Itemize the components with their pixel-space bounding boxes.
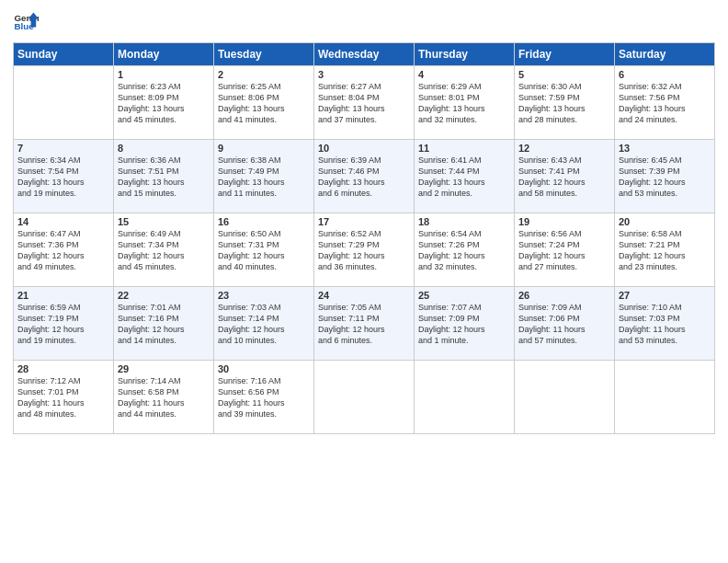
- day-info: Sunrise: 6:59 AM Sunset: 7:19 PM Dayligh…: [17, 302, 109, 347]
- day-number: 5: [518, 69, 610, 80]
- day-info: Sunrise: 6:39 AM Sunset: 7:46 PM Dayligh…: [318, 155, 410, 200]
- day-number: 24: [318, 290, 410, 301]
- calendar-cell: 4Sunrise: 6:29 AM Sunset: 8:01 PM Daylig…: [415, 66, 515, 140]
- calendar-cell: 18Sunrise: 6:54 AM Sunset: 7:26 PM Dayli…: [415, 213, 515, 287]
- page-container: General Blue SundayMondayTuesdayWednesda…: [0, 0, 728, 443]
- calendar-cell: 29Sunrise: 7:14 AM Sunset: 6:58 PM Dayli…: [114, 361, 214, 434]
- calendar-cell: 14Sunrise: 6:47 AM Sunset: 7:36 PM Dayli…: [14, 213, 114, 287]
- week-row-1: 1Sunrise: 6:23 AM Sunset: 8:09 PM Daylig…: [14, 66, 715, 140]
- day-number: 13: [619, 143, 711, 154]
- calendar-cell: 5Sunrise: 6:30 AM Sunset: 7:59 PM Daylig…: [515, 66, 615, 140]
- calendar-cell: 20Sunrise: 6:58 AM Sunset: 7:21 PM Dayli…: [615, 213, 715, 287]
- day-number: 19: [518, 216, 610, 227]
- calendar-cell: 19Sunrise: 6:56 AM Sunset: 7:24 PM Dayli…: [515, 213, 615, 287]
- day-number: 1: [118, 69, 210, 80]
- calendar-cell: [314, 361, 415, 434]
- day-number: 21: [17, 290, 109, 301]
- logo: General Blue: [13, 9, 40, 35]
- day-number: 7: [17, 143, 109, 154]
- day-info: Sunrise: 6:29 AM Sunset: 8:01 PM Dayligh…: [418, 81, 510, 126]
- day-number: 2: [218, 69, 310, 80]
- day-info: Sunrise: 7:14 AM Sunset: 6:58 PM Dayligh…: [118, 375, 210, 420]
- calendar-cell: 6Sunrise: 6:32 AM Sunset: 7:56 PM Daylig…: [615, 66, 715, 140]
- day-info: Sunrise: 6:49 AM Sunset: 7:34 PM Dayligh…: [118, 228, 210, 273]
- calendar-cell: 21Sunrise: 6:59 AM Sunset: 7:19 PM Dayli…: [14, 287, 114, 361]
- calendar-cell: 12Sunrise: 6:43 AM Sunset: 7:41 PM Dayli…: [515, 140, 615, 213]
- day-number: 22: [118, 290, 210, 301]
- calendar-table: SundayMondayTuesdayWednesdayThursdayFrid…: [13, 42, 715, 434]
- day-info: Sunrise: 6:50 AM Sunset: 7:31 PM Dayligh…: [218, 228, 310, 273]
- day-number: 28: [17, 363, 109, 374]
- day-info: Sunrise: 6:54 AM Sunset: 7:26 PM Dayligh…: [418, 228, 510, 273]
- day-info: Sunrise: 6:58 AM Sunset: 7:21 PM Dayligh…: [619, 228, 711, 273]
- calendar-cell: [415, 361, 515, 434]
- calendar-cell: [14, 66, 114, 140]
- day-info: Sunrise: 7:05 AM Sunset: 7:11 PM Dayligh…: [318, 302, 410, 347]
- logo-icon: General Blue: [13, 9, 39, 35]
- calendar-cell: 11Sunrise: 6:41 AM Sunset: 7:44 PM Dayli…: [415, 140, 515, 213]
- day-info: Sunrise: 6:52 AM Sunset: 7:29 PM Dayligh…: [318, 228, 410, 273]
- day-info: Sunrise: 6:34 AM Sunset: 7:54 PM Dayligh…: [17, 155, 109, 200]
- day-info: Sunrise: 7:09 AM Sunset: 7:06 PM Dayligh…: [518, 302, 610, 347]
- header-row: SundayMondayTuesdayWednesdayThursdayFrid…: [14, 43, 715, 66]
- day-info: Sunrise: 6:43 AM Sunset: 7:41 PM Dayligh…: [518, 155, 610, 200]
- day-number: 15: [118, 216, 210, 227]
- calendar-cell: 26Sunrise: 7:09 AM Sunset: 7:06 PM Dayli…: [515, 287, 615, 361]
- day-number: 23: [218, 290, 310, 301]
- day-number: 27: [619, 290, 711, 301]
- calendar-cell: 17Sunrise: 6:52 AM Sunset: 7:29 PM Dayli…: [314, 213, 415, 287]
- day-number: 10: [318, 143, 410, 154]
- calendar-cell: [515, 361, 615, 434]
- day-number: 14: [17, 216, 109, 227]
- day-info: Sunrise: 6:45 AM Sunset: 7:39 PM Dayligh…: [619, 155, 711, 200]
- calendar-cell: 23Sunrise: 7:03 AM Sunset: 7:14 PM Dayli…: [214, 287, 314, 361]
- calendar-cell: 9Sunrise: 6:38 AM Sunset: 7:49 PM Daylig…: [214, 140, 314, 213]
- day-info: Sunrise: 6:36 AM Sunset: 7:51 PM Dayligh…: [118, 155, 210, 200]
- day-number: 30: [218, 363, 310, 374]
- calendar-cell: 30Sunrise: 7:16 AM Sunset: 6:56 PM Dayli…: [214, 361, 314, 434]
- week-row-5: 28Sunrise: 7:12 AM Sunset: 7:01 PM Dayli…: [14, 361, 715, 434]
- week-row-3: 14Sunrise: 6:47 AM Sunset: 7:36 PM Dayli…: [14, 213, 715, 287]
- calendar-cell: 10Sunrise: 6:39 AM Sunset: 7:46 PM Dayli…: [314, 140, 415, 213]
- calendar-cell: 7Sunrise: 6:34 AM Sunset: 7:54 PM Daylig…: [14, 140, 114, 213]
- day-info: Sunrise: 7:12 AM Sunset: 7:01 PM Dayligh…: [17, 375, 109, 420]
- day-number: 11: [418, 143, 510, 154]
- day-number: 8: [118, 143, 210, 154]
- calendar-cell: [615, 361, 715, 434]
- day-number: 18: [418, 216, 510, 227]
- day-info: Sunrise: 6:32 AM Sunset: 7:56 PM Dayligh…: [619, 81, 711, 126]
- day-number: 16: [218, 216, 310, 227]
- day-number: 20: [619, 216, 711, 227]
- day-header-friday: Friday: [515, 43, 615, 66]
- day-info: Sunrise: 7:10 AM Sunset: 7:03 PM Dayligh…: [619, 302, 711, 347]
- calendar-cell: 15Sunrise: 6:49 AM Sunset: 7:34 PM Dayli…: [114, 213, 214, 287]
- calendar-cell: 22Sunrise: 7:01 AM Sunset: 7:16 PM Dayli…: [114, 287, 214, 361]
- calendar-cell: 3Sunrise: 6:27 AM Sunset: 8:04 PM Daylig…: [314, 66, 415, 140]
- day-number: 9: [218, 143, 310, 154]
- week-row-2: 7Sunrise: 6:34 AM Sunset: 7:54 PM Daylig…: [14, 140, 715, 213]
- calendar-cell: 28Sunrise: 7:12 AM Sunset: 7:01 PM Dayli…: [14, 361, 114, 434]
- header: General Blue: [13, 9, 715, 35]
- calendar-cell: 25Sunrise: 7:07 AM Sunset: 7:09 PM Dayli…: [415, 287, 515, 361]
- day-info: Sunrise: 7:16 AM Sunset: 6:56 PM Dayligh…: [218, 375, 310, 420]
- day-number: 26: [518, 290, 610, 301]
- calendar-cell: 1Sunrise: 6:23 AM Sunset: 8:09 PM Daylig…: [114, 66, 214, 140]
- calendar-cell: 2Sunrise: 6:25 AM Sunset: 8:06 PM Daylig…: [214, 66, 314, 140]
- week-row-4: 21Sunrise: 6:59 AM Sunset: 7:19 PM Dayli…: [14, 287, 715, 361]
- day-info: Sunrise: 7:03 AM Sunset: 7:14 PM Dayligh…: [218, 302, 310, 347]
- calendar-cell: 27Sunrise: 7:10 AM Sunset: 7:03 PM Dayli…: [615, 287, 715, 361]
- day-header-monday: Monday: [114, 43, 214, 66]
- day-info: Sunrise: 6:47 AM Sunset: 7:36 PM Dayligh…: [17, 228, 109, 273]
- calendar-cell: 24Sunrise: 7:05 AM Sunset: 7:11 PM Dayli…: [314, 287, 415, 361]
- day-header-saturday: Saturday: [615, 43, 715, 66]
- day-header-wednesday: Wednesday: [314, 43, 415, 66]
- day-number: 29: [118, 363, 210, 374]
- day-info: Sunrise: 7:07 AM Sunset: 7:09 PM Dayligh…: [418, 302, 510, 347]
- day-info: Sunrise: 6:23 AM Sunset: 8:09 PM Dayligh…: [118, 81, 210, 126]
- day-info: Sunrise: 7:01 AM Sunset: 7:16 PM Dayligh…: [118, 302, 210, 347]
- day-number: 3: [318, 69, 410, 80]
- day-info: Sunrise: 6:30 AM Sunset: 7:59 PM Dayligh…: [518, 81, 610, 126]
- day-number: 25: [418, 290, 510, 301]
- day-header-sunday: Sunday: [14, 43, 114, 66]
- day-info: Sunrise: 6:41 AM Sunset: 7:44 PM Dayligh…: [418, 155, 510, 200]
